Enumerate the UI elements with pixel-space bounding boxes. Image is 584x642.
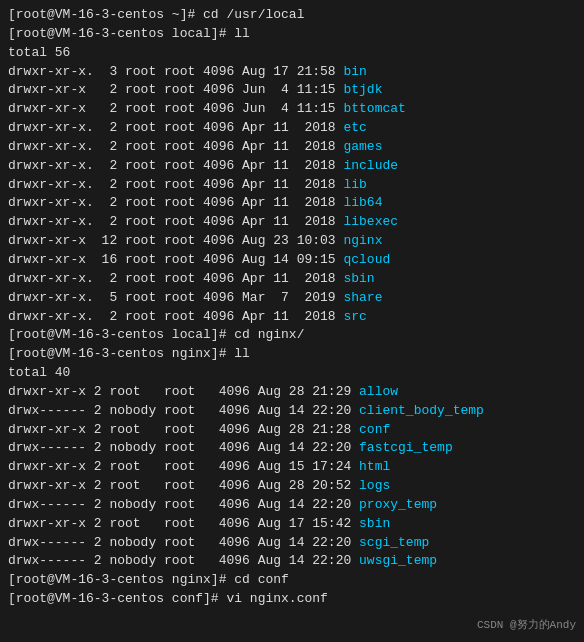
terminal-line: drwxr-xr-x. 2 root root 4096 Apr 11 2018… xyxy=(8,138,576,157)
terminal-line: drwxr-xr-x. 2 root root 4096 Apr 11 2018… xyxy=(8,176,576,195)
terminal-line: drwxr-xr-x. 2 root root 4096 Apr 11 2018… xyxy=(8,308,576,327)
terminal-line: drwxr-xr-x 2 root root 4096 Aug 28 21:29… xyxy=(8,383,576,402)
terminal-line: drwxr-xr-x 2 root root 4096 Aug 15 17:24… xyxy=(8,458,576,477)
terminal-line: drwxr-xr-x. 2 root root 4096 Apr 11 2018… xyxy=(8,119,576,138)
terminal-line: [root@VM-16-3-centos ~]# cd /usr/local xyxy=(8,6,576,25)
terminal-line: drwx------ 2 nobody root 4096 Aug 14 22:… xyxy=(8,534,576,553)
terminal-line: drwxr-xr-x. 3 root root 4096 Aug 17 21:5… xyxy=(8,63,576,82)
terminal-line: drwxr-xr-x 2 root root 4096 Jun 4 11:15 … xyxy=(8,81,576,100)
terminal-line: [root@VM-16-3-centos nginx]# ll xyxy=(8,345,576,364)
terminal-line: drwxr-xr-x 16 root root 4096 Aug 14 09:1… xyxy=(8,251,576,270)
terminal-line: drwxr-xr-x 12 root root 4096 Aug 23 10:0… xyxy=(8,232,576,251)
terminal-line: drwxr-xr-x 2 root root 4096 Aug 28 20:52… xyxy=(8,477,576,496)
terminal-line: drwxr-xr-x. 2 root root 4096 Apr 11 2018… xyxy=(8,194,576,213)
terminal-line: drwx------ 2 nobody root 4096 Aug 14 22:… xyxy=(8,552,576,571)
terminal-line: [root@VM-16-3-centos nginx]# cd conf xyxy=(8,571,576,590)
terminal-content: [root@VM-16-3-centos ~]# cd /usr/local[r… xyxy=(8,6,576,609)
terminal-line: drwx------ 2 nobody root 4096 Aug 14 22:… xyxy=(8,496,576,515)
terminal-line: drwx------ 2 nobody root 4096 Aug 14 22:… xyxy=(8,402,576,421)
terminal-line: drwxr-xr-x. 2 root root 4096 Apr 11 2018… xyxy=(8,157,576,176)
terminal-line: [root@VM-16-3-centos local]# ll xyxy=(8,25,576,44)
terminal-line: drwxr-xr-x. 2 root root 4096 Apr 11 2018… xyxy=(8,213,576,232)
terminal-line: [root@VM-16-3-centos conf]# vi nginx.con… xyxy=(8,590,576,609)
terminal-line: [root@VM-16-3-centos local]# cd nginx/ xyxy=(8,326,576,345)
terminal-line: total 40 xyxy=(8,364,576,383)
terminal-line: drwxr-xr-x 2 root root 4096 Aug 28 21:28… xyxy=(8,421,576,440)
terminal-line: drwxr-xr-x. 2 root root 4096 Apr 11 2018… xyxy=(8,270,576,289)
watermark: CSDN @努力的Andy xyxy=(477,618,576,634)
terminal-line: drwx------ 2 nobody root 4096 Aug 14 22:… xyxy=(8,439,576,458)
terminal-line: drwxr-xr-x. 5 root root 4096 Mar 7 2019 … xyxy=(8,289,576,308)
terminal-line: total 56 xyxy=(8,44,576,63)
terminal-line: drwxr-xr-x 2 root root 4096 Jun 4 11:15 … xyxy=(8,100,576,119)
terminal-window: [root@VM-16-3-centos ~]# cd /usr/local[r… xyxy=(0,0,584,642)
terminal-line: drwxr-xr-x 2 root root 4096 Aug 17 15:42… xyxy=(8,515,576,534)
